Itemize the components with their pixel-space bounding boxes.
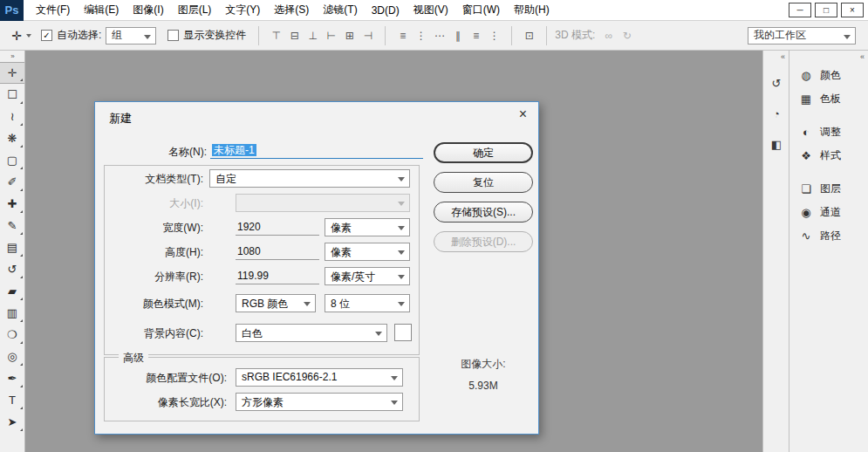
pixel-aspect-select[interactable]: 方形像素 [236,393,403,411]
lasso-tool[interactable]: ≀ [0,106,24,127]
align-bottom-edges-icon[interactable]: ⊥ [304,30,322,42]
close-icon[interactable]: × [519,106,527,122]
ok-button[interactable]: 确定 [434,142,533,163]
3d-mode-label: 3D 模式: [555,28,595,43]
eraser-tool[interactable]: ▰ [0,280,24,302]
rectangular-marquee-tool[interactable]: ☐ [0,84,24,106]
auto-align-layers-icon[interactable]: ⊡ [520,30,538,42]
color-mode-label: 颜色模式(M): [105,297,203,312]
dodge-tool[interactable]: ◎ [0,346,24,367]
width-unit-select[interactable]: 像素 [325,218,410,236]
horizontal-type-tool[interactable]: T [0,389,24,411]
distribute-vertical-centers-icon[interactable]: ⋮ [412,30,430,42]
blur-tool[interactable]: ❍ [0,324,24,346]
height-input[interactable]: 1080 [236,243,319,260]
background-select[interactable]: 白色 [236,324,387,342]
advanced-group: 高级 颜色配置文件(O): sRGB IEC61966-2.1 像素长宽比(X)… [104,357,420,421]
history-panel-icon[interactable]: ↺ [763,72,789,94]
distribute-horizontal-centers-icon[interactable]: ≡ [467,30,485,42]
align-top-edges-icon[interactable]: ⊤ [267,30,285,42]
name-input[interactable]: 未标题-1 [210,140,423,159]
menu-type[interactable]: 文字(Y) [218,3,267,17]
maximize-button[interactable]: □ [815,3,837,17]
color-profile-select[interactable]: sRGB IEC61966-2.1 [236,368,403,387]
color-mode-value: RGB 颜色 [242,298,288,310]
move-tool-icon[interactable]: ✛ [7,29,26,43]
dock-collapse-icon[interactable]: « [789,51,868,64]
chevron-down-icon[interactable] [26,34,31,40]
menu-view[interactable]: 视图(V) [407,3,455,17]
panel-tab-swatches[interactable]: ▦色板 [789,87,868,111]
width-input[interactable]: 1920 [236,218,319,236]
align-horizontal-centers-icon[interactable]: ⊞ [340,30,359,42]
distribute-bottom-edges-icon[interactable]: ⋯ [430,30,448,42]
distribute-left-edges-icon[interactable]: ∥ [448,30,467,42]
advanced-legend[interactable]: 高级 [119,351,148,366]
divider [385,26,386,45]
pen-tool[interactable]: ✒ [0,367,24,389]
move-tool-icon: ✛ [8,66,17,79]
quick-selection-tool[interactable]: ❋ [0,127,24,149]
menu-edit[interactable]: 编辑(E) [77,3,126,17]
height-unit-select[interactable]: 像素 [325,243,410,261]
move-tool[interactable]: ✛ [0,62,24,84]
auto-select-target-select[interactable]: 组 [106,27,156,45]
chevron-down-icon [398,275,405,283]
toolbar-collapse-icon[interactable]: » [0,51,24,62]
clone-stamp-tool[interactable]: ▤ [0,236,24,258]
align-left-edges-icon[interactable]: ⊢ [322,30,340,42]
background-color-swatch[interactable] [394,324,412,341]
menu-filter[interactable]: 滤镜(T) [316,3,364,17]
auto-select-checkbox[interactable]: ✓ [41,30,52,41]
menu-file[interactable]: 文件(F) [29,3,77,17]
panel-tab-paths[interactable]: ∿路径 [789,224,868,248]
dock-collapse-icon[interactable]: « [763,51,789,64]
minimize-button[interactable]: ─ [789,3,811,17]
adjustments-icon: ◐ [799,126,813,139]
history-brush-tool[interactable]: ↺ [0,258,24,280]
path-selection-tool[interactable]: ➤ [0,411,24,433]
workspace-select[interactable]: 我的工作区 [748,27,856,45]
distribute-right-edges-icon[interactable]: ⋮ [485,30,503,42]
menu-help[interactable]: 帮助(H) [507,3,557,17]
menu-image[interactable]: 图像(I) [126,3,170,17]
align-right-edges-icon[interactable]: ⊣ [359,30,377,42]
menu-window[interactable]: 窗口(W) [455,3,507,17]
save-preset-button[interactable]: 存储预设(S)... [434,202,533,223]
bit-depth-select[interactable]: 8 位 [325,294,410,312]
collapsed-panel-dock: « ↺ ◔ ◧ [762,51,789,452]
panel-tab-channels[interactable]: ◉通道 [789,201,868,224]
clone-source-panel-icon[interactable]: ◧ [763,133,789,155]
panel-tab-color[interactable]: ◍颜色 [789,64,868,87]
chevron-down-icon [391,401,398,408]
menu-3d[interactable]: 3D(D) [365,4,407,17]
menu-layer[interactable]: 图层(L) [171,3,219,17]
marquee-icon: ☐ [7,88,17,101]
blur-icon: ❍ [7,328,17,341]
properties-panel-icon[interactable]: ◔ [763,102,789,125]
resolution-unit-select[interactable]: 像素/英寸 [325,267,410,285]
close-button[interactable]: × [841,3,864,17]
crop-tool[interactable]: ▢ [0,149,24,171]
distribute-top-edges-icon[interactable]: ≡ [393,30,412,42]
brush-tool[interactable]: ✎ [0,215,24,236]
show-transform-checkbox[interactable] [167,30,179,41]
show-transform-label: 显示变换控件 [183,28,246,43]
color-mode-select[interactable]: RGB 颜色 [236,294,316,312]
name-value: 未标题-1 [212,144,256,156]
doc-type-select[interactable]: 自定 [209,169,410,188]
menu-select[interactable]: 选择(S) [267,3,316,17]
resolution-value: 119.99 [237,270,269,282]
gradient-tool[interactable]: ▥ [0,302,24,324]
align-vertical-centers-icon[interactable]: ⊟ [285,30,304,42]
reset-button[interactable]: 复位 [434,172,533,193]
workspace-value: 我的工作区 [754,28,806,43]
eyedropper-tool[interactable]: ✐ [0,171,24,193]
chevron-down-icon [398,250,405,258]
tool-options-bar: ✛ ✓ 自动选择: 组 显示变换控件 ⊤ ⊟ ⊥ ⊢ ⊞ ⊣ ≡ ⋮ ⋯ ∥ ≡… [0,21,868,51]
spot-healing-brush-tool[interactable]: ✚ [0,193,24,215]
resolution-input[interactable]: 119.99 [236,267,319,284]
panel-tab-styles[interactable]: ❖样式 [789,144,868,168]
panel-tab-adjustments[interactable]: ◐调整 [789,120,868,144]
panel-tab-layers[interactable]: ❏图层 [789,177,868,201]
